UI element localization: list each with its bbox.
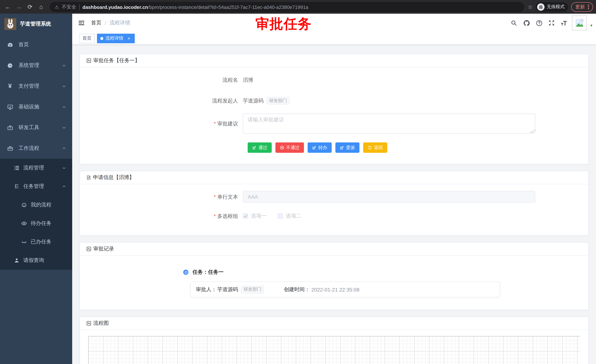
- app-logo-row[interactable]: 芋道管理系统: [0, 14, 72, 34]
- tree-list-icon: [13, 165, 20, 171]
- bookmark-star-icon[interactable]: ☆: [528, 4, 533, 10]
- sidebar-item-process-mgmt[interactable]: 流程管理: [0, 159, 72, 177]
- eye-open-icon: [21, 220, 27, 226]
- approve-button[interactable]: 通过: [248, 142, 272, 153]
- briefcase-icon: [7, 145, 13, 152]
- card-title: 审批任务【任务一】: [93, 57, 140, 64]
- sidebar-toggle-icon[interactable]: [78, 19, 85, 27]
- tab-home[interactable]: 首页: [79, 34, 95, 43]
- checkbox-unchecked-icon: [278, 213, 283, 219]
- checkbox-option-2: 选项二: [278, 213, 301, 219]
- resize-handle-icon[interactable]: [530, 129, 536, 132]
- delegate-button[interactable]: 委派: [335, 142, 359, 153]
- help-icon[interactable]: [533, 14, 545, 32]
- sidebar-item-task-mgmt[interactable]: 任务管理: [0, 177, 72, 196]
- sidebar-item-label: 系统管理: [19, 62, 39, 69]
- breadcrumb-home[interactable]: 首页: [91, 20, 101, 26]
- chevron-up-icon: [62, 146, 66, 151]
- caret-down-icon[interactable]: ▼: [590, 24, 593, 27]
- tab-label: 流程详情: [105, 35, 123, 41]
- sidebar-item-label: 我的流程: [31, 202, 52, 208]
- red-annotation-text: 审批任务: [255, 15, 312, 33]
- process-diagram-card: 流程图: [80, 317, 589, 364]
- checkbox-label: 选项一: [251, 213, 267, 219]
- picture-icon: [86, 321, 91, 326]
- monitor-icon: [7, 104, 13, 110]
- browser-window: ← → ⟳ ⌂ ⚠ 不安全 dashboard.yudao.iocoder.cn…: [0, 0, 596, 364]
- forward-icon[interactable]: →: [14, 2, 24, 12]
- address-bar[interactable]: ⚠ 不安全 dashboard.yudao.iocoder.cn/bpm/pro…: [50, 2, 524, 12]
- close-icon[interactable]: ×: [126, 36, 131, 41]
- checkbox-label: 选项二: [286, 213, 301, 219]
- chevron-up-icon: [62, 184, 66, 189]
- process-name-value: 滔博: [243, 76, 253, 84]
- checkbox-group: 选项一 选项二: [243, 212, 301, 220]
- search-icon[interactable]: [507, 14, 520, 32]
- single-text-input: AAA: [243, 191, 535, 203]
- create-time-label: 创建时间：: [284, 286, 310, 293]
- app-title: 芋道管理系统: [20, 21, 51, 27]
- person-icon: [13, 257, 20, 263]
- sidebar-item-done-tasks[interactable]: 已办任务: [0, 233, 72, 251]
- dept-tag: 研发部门: [267, 97, 290, 104]
- suggest-label: *审批建议: [80, 114, 243, 134]
- tab-process-detail[interactable]: 流程详情 ×: [97, 34, 135, 43]
- top-navbar: 首页 / 流程详情 审批任务: [72, 14, 596, 32]
- github-icon[interactable]: [520, 14, 533, 32]
- incognito-badge: 无痕模式: [536, 2, 568, 12]
- transfer-button[interactable]: 转办: [308, 142, 332, 153]
- checkbox-option-1: 选项一: [243, 213, 267, 219]
- suggest-textarea[interactable]: 请输入审批建议: [243, 114, 535, 134]
- single-text-row: *单行文本 AAA: [80, 191, 588, 203]
- process-name-label: 流程名: [80, 76, 243, 84]
- avatar[interactable]: [572, 15, 587, 30]
- toolbox-icon: [7, 124, 13, 131]
- sidebar-item-workflow[interactable]: 工作流程: [0, 138, 72, 159]
- picture-icon: [86, 58, 91, 63]
- sidebar-item-my-process[interactable]: 我的流程: [0, 196, 72, 214]
- update-label: 更新: [575, 4, 585, 10]
- reject-button[interactable]: 不通过: [276, 142, 304, 153]
- sidebar-item-home[interactable]: 首页: [0, 34, 72, 55]
- home-icon[interactable]: ⌂: [36, 2, 46, 12]
- return-button[interactable]: 退回: [363, 142, 387, 153]
- chevron-down-icon: [62, 105, 66, 109]
- browser-update-button[interactable]: 更新: [571, 2, 593, 12]
- eye-closed-icon: [21, 239, 27, 245]
- incognito-icon: [537, 3, 544, 11]
- url-path: /bpm/process-instance/detail?id=54aa251f…: [148, 4, 308, 10]
- dashboard-icon: [7, 41, 13, 48]
- back-icon[interactable]: ←: [3, 2, 13, 12]
- sidebar-item-label: 支付管理: [19, 83, 39, 89]
- sidebar-item-devtools[interactable]: 研发工具: [0, 117, 72, 138]
- workflow-submenu: 流程管理 任务管理 我的流程: [0, 159, 72, 270]
- sidebar-item-label: 工作流程: [19, 145, 39, 152]
- reload-icon[interactable]: ⟳: [25, 2, 35, 12]
- suggest-row: *审批建议 请输入审批建议: [80, 114, 588, 134]
- fullscreen-icon[interactable]: [545, 14, 558, 32]
- chevron-down-icon: [62, 125, 66, 130]
- sidebar-item-leave-query[interactable]: 请假查询: [0, 251, 72, 270]
- sidebar-item-infra[interactable]: 基础设施: [0, 96, 72, 117]
- sidebar-item-system[interactable]: 系统管理: [0, 55, 72, 76]
- app-logo: [4, 18, 16, 30]
- divider: [79, 4, 80, 10]
- breadcrumb-current: 流程详情: [110, 20, 130, 26]
- checkbox-checked-icon: [243, 213, 248, 219]
- textarea-placeholder: 请输入审批建议: [248, 116, 284, 123]
- approver-name: 芋道源码: [217, 286, 238, 293]
- apply-info-card: 申请信息【滔博】 *单行文本 AAA *多选框组 选项一: [80, 171, 589, 236]
- sidebar-item-label: 研发工具: [19, 124, 39, 131]
- sidebar-item-payment[interactable]: ¥ 支付管理: [0, 76, 72, 96]
- browser-toolbar: ← → ⟳ ⌂ ⚠ 不安全 dashboard.yudao.iocoder.cn…: [0, 0, 596, 14]
- bpmn-canvas[interactable]: [88, 336, 580, 364]
- font-size-icon[interactable]: [558, 14, 570, 32]
- dept-tag: 研发部门: [241, 286, 264, 293]
- browser-menu-icon[interactable]: [588, 4, 589, 9]
- sidebar-item-todo-tasks[interactable]: 待办任务: [0, 214, 72, 233]
- chevron-down-icon: [62, 63, 66, 68]
- required-asterisk: *: [214, 194, 216, 200]
- sidebar-item-label: 待办任务: [31, 220, 52, 227]
- approval-task-card: 审批任务【任务一】 流程名 滔博 流程发起人 芋道源码 研发部门: [80, 54, 589, 164]
- chevron-down-icon: [62, 84, 66, 88]
